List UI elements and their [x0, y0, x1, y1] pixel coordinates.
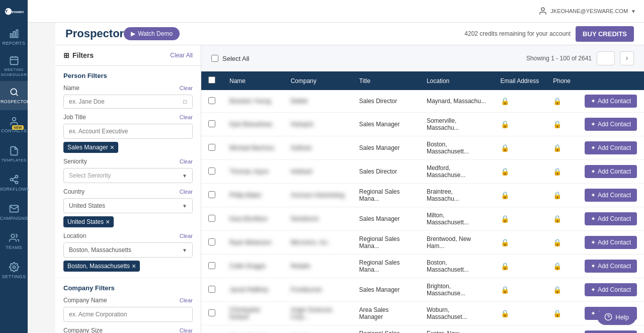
row-checkbox-6[interactable]: [208, 238, 215, 245]
svg-rect-6: [10, 57, 18, 65]
location-select[interactable]: Boston, Massachusetts ▼: [63, 242, 193, 258]
table-row: Philip Baker Aronson Advertising Regiona…: [201, 184, 644, 207]
svg-point-18: [11, 234, 15, 238]
add-contact-button-10[interactable]: ✦ Add Contact: [585, 330, 637, 333]
add-contact-button-7[interactable]: ✦ Add Contact: [585, 260, 637, 273]
row-phone-6: 🔒: [546, 231, 578, 255]
country-select[interactable]: United States ▼: [63, 198, 193, 213]
row-company-9: Anglo Sciences Corp...: [284, 302, 352, 325]
table-row: Christopher Dufault Anglo Sciences Corp.…: [201, 302, 644, 325]
add-contact-button-8[interactable]: ✦ Add Contact: [585, 283, 637, 296]
row-phone-0: 🔒: [546, 90, 578, 113]
job-title-input[interactable]: [63, 124, 193, 139]
row-location-5: Milton, Massachusett...: [420, 207, 494, 231]
table-row: Brandon Young Deltek Sales Director Mayn…: [201, 90, 644, 113]
row-checkbox-1[interactable]: [208, 120, 215, 127]
table-body: Brandon Young Deltek Sales Director Mayn…: [201, 90, 644, 333]
country-tag-remove[interactable]: ×: [106, 218, 110, 225]
name-clear[interactable]: Clear: [180, 85, 193, 91]
job-title-tag-remove[interactable]: ×: [110, 144, 114, 151]
help-button[interactable]: Help: [597, 309, 636, 325]
location-clear[interactable]: Clear: [180, 233, 193, 239]
svg-point-20: [541, 8, 544, 11]
name-input[interactable]: [69, 98, 183, 105]
row-location-2: Boston, Massachusett...: [420, 136, 494, 160]
company-size-clear[interactable]: Clear: [180, 327, 193, 333]
row-email-0: 🔒: [494, 90, 546, 113]
header-checkbox[interactable]: [208, 76, 215, 84]
add-contact-button-6[interactable]: ✦ Add Contact: [585, 236, 637, 249]
name-label: Name: [63, 85, 79, 92]
add-contact-button-1[interactable]: ✦ Add Contact: [585, 118, 637, 131]
row-company-5: Nordstrom: [284, 207, 352, 231]
country-tag: United States ×: [63, 216, 114, 227]
location-tag-remove[interactable]: ×: [132, 263, 136, 270]
user-info[interactable]: JKEOHANE@YESWARE.COM ▼: [538, 7, 636, 16]
row-checkbox-4[interactable]: [208, 191, 215, 198]
sidebar-item-teams[interactable]: TEAMS: [0, 227, 28, 256]
add-contact-button-3[interactable]: ✦ Add Contact: [585, 165, 637, 178]
select-all-left: Select All: [211, 55, 249, 62]
row-checkbox-3[interactable]: [208, 168, 215, 175]
row-location-3: Medford, Massachuse...: [420, 160, 494, 184]
row-location-0: Maynard, Massachu...: [420, 90, 494, 113]
job-title-clear[interactable]: Clear: [180, 114, 193, 120]
top-bar: JKEOHANE@YESWARE.COM ▼: [55, 0, 644, 23]
row-title-10: Regional Sales Mana...: [352, 325, 420, 334]
sidebar-item-workflows[interactable]: WORKFLOWS: [0, 169, 28, 198]
row-email-8: 🔒: [494, 278, 546, 302]
user-email: JKEOHANE@YESWARE.COM: [550, 8, 628, 14]
row-checkbox-0[interactable]: [208, 97, 215, 104]
company-name-input[interactable]: [63, 307, 193, 322]
sidebar-item-settings[interactable]: SETTINGS: [0, 256, 28, 285]
row-email-6: 🔒: [494, 231, 546, 255]
buy-credits-button[interactable]: BUY CREDITS: [576, 26, 634, 42]
row-checkbox-2[interactable]: [208, 144, 215, 151]
sidebar-item-prospector[interactable]: PROSPECTOR: [0, 81, 28, 110]
table-row: Collin Dragas Retailix Regional Sales Ma…: [201, 255, 644, 278]
sidebar-item-templates[interactable]: TEMPLATES: [0, 139, 28, 169]
page-input[interactable]: 1: [597, 51, 615, 65]
row-location-10: Exeter, New Hampshir...: [420, 325, 494, 334]
row-title-5: Sales Manager: [352, 207, 420, 231]
row-checkbox-8[interactable]: [208, 286, 215, 293]
name-input-icon: ⊡: [183, 99, 187, 105]
sidebar-item-campaigns[interactable]: CAMPAIGNS: [0, 198, 28, 227]
next-page-button[interactable]: [620, 51, 634, 65]
row-name-9: Christopher Dufault: [222, 302, 284, 325]
row-title-3: Sales Director: [352, 160, 420, 184]
sidebar-item-meeting-scheduler[interactable]: MEETING SCHEDULER: [0, 52, 28, 81]
company-name-clear[interactable]: Clear: [180, 297, 193, 303]
seniority-clear[interactable]: Clear: [180, 158, 193, 164]
left-nav: Y esware REPORTS MEETING SCHEDULER PROSP…: [0, 0, 28, 333]
seniority-select[interactable]: Select Seniority ▼: [63, 168, 193, 183]
add-contact-button-5[interactable]: ✦ Add Contact: [585, 212, 637, 225]
row-company-7: Retailix: [284, 255, 352, 278]
country-label: Country: [63, 188, 85, 195]
row-checkbox-9[interactable]: [208, 309, 215, 316]
row-checkbox-5[interactable]: [208, 215, 215, 222]
svg-point-13: [15, 176, 18, 178]
person-filters-title: Person Filters: [63, 72, 193, 79]
add-contact-button-0[interactable]: ✦ Add Contact: [585, 95, 637, 108]
table-row: Kyle Beaudreau Hubspot Sales Manager Som…: [201, 113, 644, 136]
sidebar-item-contacts[interactable]: CONTACTS: [0, 110, 28, 139]
job-title-label: Job Title: [63, 114, 86, 121]
page-title: Prospector: [65, 27, 124, 40]
clear-all-link[interactable]: Clear All: [170, 52, 193, 59]
row-name-5: Kara Boniface: [222, 207, 284, 231]
company-name-label: Company Name: [63, 297, 107, 304]
sidebar-item-reports[interactable]: REPORTS: [0, 23, 28, 52]
select-all-bar: Select All Showing 1 - 100 of 2641 1: [201, 45, 644, 71]
country-clear[interactable]: Clear: [180, 189, 193, 195]
add-contact-button-4[interactable]: ✦ Add Contact: [585, 189, 637, 202]
logo[interactable]: Y esware: [0, 0, 28, 23]
row-company-3: Inteleart: [284, 160, 352, 184]
add-contact-button-2[interactable]: ✦ Add Contact: [585, 141, 637, 154]
table-row: Ryan Melanson Micronics, Inc. Regional S…: [201, 231, 644, 255]
select-all-checkbox[interactable]: [211, 55, 218, 62]
row-checkbox-7[interactable]: [208, 262, 215, 269]
svg-rect-5: [16, 30, 18, 38]
play-icon: ▶: [131, 30, 135, 37]
watch-demo-button[interactable]: ▶ Watch Demo: [124, 27, 180, 40]
